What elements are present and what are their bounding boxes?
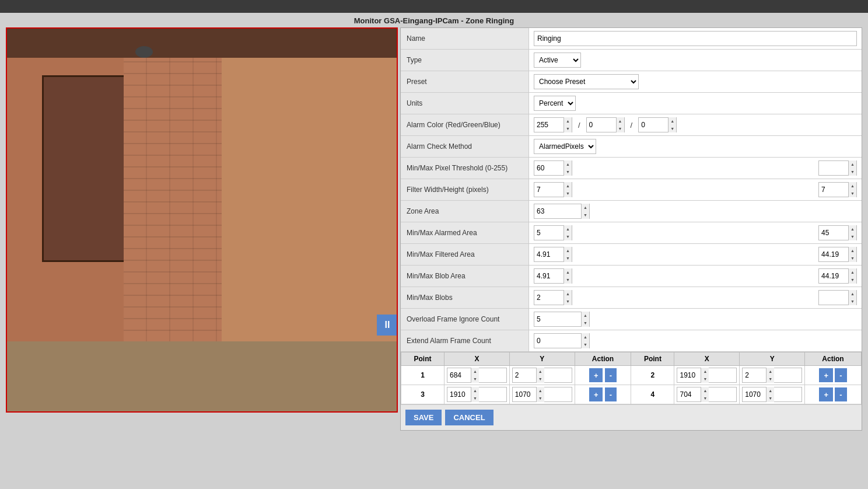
- save-button[interactable]: SAVE: [405, 410, 442, 425]
- max-blob-arrows: ▲ ▼: [848, 268, 856, 284]
- min-filtered-up[interactable]: ▲: [564, 247, 572, 254]
- zone-area-down[interactable]: ▼: [582, 211, 589, 219]
- filter-h-input[interactable]: [819, 183, 848, 197]
- max-blobs-down[interactable]: ▼: [849, 298, 856, 305]
- max-blob-up[interactable]: ▲: [849, 268, 856, 276]
- min-filtered-input[interactable]: [534, 247, 564, 261]
- cancel-button[interactable]: CANCEL: [445, 410, 493, 425]
- point-3-x-down[interactable]: ▼: [471, 394, 479, 402]
- point-3-y-input[interactable]: [513, 387, 536, 401]
- point-3-x-input[interactable]: [447, 387, 471, 401]
- alarm-color-b-spinner: ▲ ▼: [638, 117, 677, 132]
- max-blob-down[interactable]: ▼: [849, 276, 856, 284]
- point-4-remove-button[interactable]: -: [835, 387, 846, 401]
- point-2-remove-button[interactable]: -: [835, 368, 846, 382]
- point-2-y-up[interactable]: ▲: [766, 368, 774, 375]
- point-1-x-input[interactable]: [447, 368, 471, 382]
- max-blobs-up[interactable]: ▲: [849, 290, 856, 298]
- max-alarmed-input[interactable]: [819, 226, 848, 240]
- point-3-y-up[interactable]: ▲: [537, 387, 544, 394]
- filter-w-up[interactable]: ▲: [564, 182, 572, 190]
- min-blobs-up[interactable]: ▲: [564, 290, 572, 298]
- point-2-y-spinner: ▲ ▼: [742, 368, 802, 383]
- min-blob-down[interactable]: ▼: [564, 276, 572, 284]
- point-4-x-up[interactable]: ▲: [701, 387, 709, 394]
- min-pixel-up[interactable]: ▲: [564, 160, 572, 168]
- filter-h-up[interactable]: ▲: [849, 182, 856, 190]
- alarm-color-b-input[interactable]: [639, 118, 668, 132]
- point-1-y-up[interactable]: ▲: [537, 368, 544, 375]
- alarm-color-r-up[interactable]: ▲: [564, 117, 572, 125]
- point-3-y-down[interactable]: ▼: [537, 394, 544, 402]
- extend-up[interactable]: ▲: [582, 333, 589, 341]
- min-pixel-input[interactable]: [534, 161, 564, 175]
- extend-input[interactable]: [534, 334, 581, 348]
- overload-up[interactable]: ▲: [582, 312, 589, 319]
- point-2-x-down[interactable]: ▼: [701, 375, 709, 383]
- min-blobs-input[interactable]: [534, 291, 564, 305]
- max-alarmed-down[interactable]: ▼: [849, 233, 856, 240]
- filter-w-input[interactable]: [534, 183, 564, 197]
- point-2-x-up[interactable]: ▲: [701, 368, 709, 375]
- max-filtered-input[interactable]: [819, 247, 848, 261]
- overload-down[interactable]: ▼: [582, 319, 589, 327]
- max-pixel-up[interactable]: ▲: [849, 160, 856, 168]
- point-1-add-button[interactable]: +: [589, 368, 603, 382]
- max-filtered-down[interactable]: ▼: [849, 254, 856, 262]
- max-pixel-down[interactable]: ▼: [849, 168, 856, 176]
- name-input[interactable]: [534, 31, 857, 46]
- point-1-x-up[interactable]: ▲: [471, 368, 479, 375]
- type-select[interactable]: Active Passive Exclusive: [534, 53, 581, 68]
- point-4-x-input[interactable]: [677, 387, 701, 401]
- max-blob-input[interactable]: [819, 269, 848, 283]
- min-alarmed-down[interactable]: ▼: [564, 233, 572, 240]
- max-filtered-up[interactable]: ▲: [849, 247, 856, 254]
- point-1-x-down[interactable]: ▼: [471, 375, 479, 383]
- point-4-x-down[interactable]: ▼: [701, 394, 709, 402]
- point-1-remove-button[interactable]: -: [605, 368, 617, 382]
- min-alarmed-up[interactable]: ▲: [564, 225, 572, 233]
- point-3-x-up[interactable]: ▲: [471, 387, 479, 394]
- zone-area-input[interactable]: [534, 204, 581, 218]
- alarm-color-b-down[interactable]: ▼: [668, 125, 676, 132]
- alarm-color-g-up[interactable]: ▲: [617, 117, 624, 125]
- zone-area-up[interactable]: ▲: [582, 204, 589, 211]
- extend-down[interactable]: ▼: [582, 341, 589, 348]
- pause-button[interactable]: II: [377, 315, 398, 336]
- units-select[interactable]: Percent Pixels: [534, 96, 576, 111]
- point-1-y-down[interactable]: ▼: [537, 375, 544, 383]
- alarm-check-select[interactable]: AlarmedPixels FilteredPixels Blobs: [534, 139, 596, 154]
- min-pixel-down[interactable]: ▼: [564, 168, 572, 176]
- point-4-add-button[interactable]: +: [819, 387, 833, 401]
- alarm-color-b-up[interactable]: ▲: [668, 117, 676, 125]
- max-pixel-input[interactable]: [819, 161, 848, 175]
- alarm-color-g-down[interactable]: ▼: [617, 125, 624, 132]
- max-blobs-input[interactable]: [819, 291, 848, 305]
- min-blob-up[interactable]: ▲: [564, 268, 572, 276]
- point-4-y-input[interactable]: [743, 387, 766, 401]
- point-4-y-down[interactable]: ▼: [766, 394, 774, 402]
- min-blobs-down[interactable]: ▼: [564, 298, 572, 305]
- preset-select[interactable]: Choose Preset: [534, 74, 639, 89]
- alarm-color-g-input[interactable]: [587, 118, 616, 132]
- cam-door: [42, 75, 130, 262]
- filter-h-down[interactable]: ▼: [849, 190, 856, 197]
- min-filtered-down[interactable]: ▼: [564, 254, 572, 262]
- min-blob-input[interactable]: [534, 269, 564, 283]
- filter-w-down[interactable]: ▼: [564, 190, 572, 197]
- point-3-remove-button[interactable]: -: [605, 387, 617, 401]
- alarm-color-r-down[interactable]: ▼: [564, 125, 572, 132]
- point-1-y-input[interactable]: [513, 368, 536, 382]
- point-2-x-input[interactable]: [677, 368, 701, 382]
- point-2-y-down[interactable]: ▼: [766, 375, 774, 383]
- point-2-add-button[interactable]: +: [819, 368, 833, 382]
- point-4-x-arrows: ▲ ▼: [701, 387, 709, 402]
- overload-input[interactable]: [534, 312, 581, 326]
- max-alarmed-up[interactable]: ▲: [849, 225, 856, 233]
- alarm-color-r-input[interactable]: [534, 118, 564, 132]
- point-4-y-up[interactable]: ▲: [766, 387, 774, 394]
- point-3-add-button[interactable]: +: [589, 387, 603, 401]
- point-2-y-input[interactable]: [743, 368, 766, 382]
- point-1-num: 1: [401, 366, 444, 385]
- min-alarmed-input[interactable]: [534, 226, 564, 240]
